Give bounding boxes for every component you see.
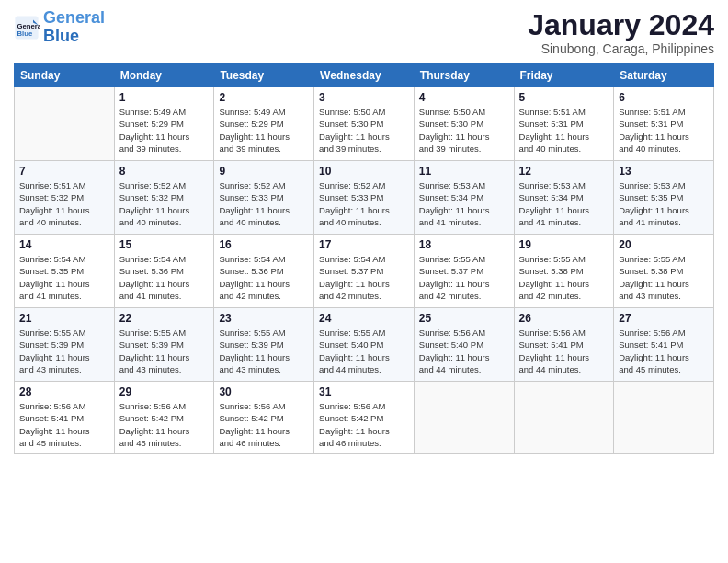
day-info: Sunrise: 5:52 AM Sunset: 5:33 PM Dayligh… (219, 179, 309, 228)
day-info: Sunrise: 5:55 AM Sunset: 5:39 PM Dayligh… (19, 327, 109, 375)
days-of-week-header: SundayMondayTuesdayWednesdayThursdayFrid… (15, 64, 714, 87)
day-info: Sunrise: 5:56 AM Sunset: 5:40 PM Dayligh… (419, 327, 509, 375)
day-info: Sunrise: 5:56 AM Sunset: 5:41 PM Dayligh… (519, 327, 609, 375)
day-info: Sunrise: 5:54 AM Sunset: 5:36 PM Dayligh… (219, 253, 309, 302)
day-cell: 3Sunrise: 5:50 AM Sunset: 5:30 PM Daylig… (314, 87, 415, 161)
day-number: 10 (319, 165, 409, 178)
day-cell: 17Sunrise: 5:54 AM Sunset: 5:37 PM Dayli… (314, 235, 415, 308)
day-cell: 19Sunrise: 5:55 AM Sunset: 5:38 PM Dayli… (514, 235, 614, 308)
day-info: Sunrise: 5:55 AM Sunset: 5:38 PM Dayligh… (619, 253, 709, 302)
day-cell: 26Sunrise: 5:56 AM Sunset: 5:41 PM Dayli… (514, 308, 614, 382)
day-number: 7 (19, 165, 109, 178)
logo-general: General (43, 8, 105, 27)
day-number: 11 (419, 165, 509, 178)
day-cell (614, 382, 714, 454)
day-info: Sunrise: 5:55 AM Sunset: 5:40 PM Dayligh… (319, 327, 409, 375)
dow-sunday: Sunday (15, 64, 115, 87)
day-number: 21 (19, 312, 109, 325)
day-info: Sunrise: 5:55 AM Sunset: 5:37 PM Dayligh… (419, 253, 509, 302)
dow-friday: Friday (514, 64, 614, 87)
subtitle: Sinubong, Caraga, Philippines (528, 41, 714, 56)
day-number: 4 (419, 91, 509, 104)
title-block: January 2024 Sinubong, Caraga, Philippin… (528, 9, 714, 56)
day-cell (514, 382, 614, 454)
day-cell: 16Sunrise: 5:54 AM Sunset: 5:36 PM Dayli… (214, 235, 314, 308)
day-cell: 23Sunrise: 5:55 AM Sunset: 5:39 PM Dayli… (214, 308, 314, 382)
day-number: 9 (219, 165, 309, 178)
day-number: 31 (319, 385, 409, 398)
day-cell: 9Sunrise: 5:52 AM Sunset: 5:33 PM Daylig… (214, 161, 314, 235)
day-info: Sunrise: 5:49 AM Sunset: 5:29 PM Dayligh… (119, 106, 210, 155)
day-number: 17 (319, 238, 409, 251)
day-cell: 30Sunrise: 5:56 AM Sunset: 5:42 PM Dayli… (214, 382, 314, 454)
day-info: Sunrise: 5:52 AM Sunset: 5:33 PM Dayligh… (319, 179, 409, 228)
day-number: 16 (219, 238, 309, 251)
day-cell: 5Sunrise: 5:51 AM Sunset: 5:31 PM Daylig… (514, 87, 614, 161)
day-info: Sunrise: 5:54 AM Sunset: 5:35 PM Dayligh… (19, 253, 109, 302)
week-row-3: 21Sunrise: 5:55 AM Sunset: 5:39 PM Dayli… (15, 308, 714, 382)
day-number: 19 (519, 238, 609, 251)
day-cell: 8Sunrise: 5:52 AM Sunset: 5:32 PM Daylig… (114, 161, 214, 235)
day-info: Sunrise: 5:52 AM Sunset: 5:32 PM Dayligh… (119, 179, 210, 228)
day-info: Sunrise: 5:56 AM Sunset: 5:42 PM Dayligh… (319, 400, 409, 449)
day-number: 23 (219, 312, 309, 325)
day-cell (15, 87, 115, 161)
day-number: 6 (619, 91, 709, 104)
day-number: 29 (119, 385, 210, 398)
day-info: Sunrise: 5:55 AM Sunset: 5:39 PM Dayligh… (219, 327, 309, 375)
day-number: 15 (119, 238, 210, 251)
day-info: Sunrise: 5:49 AM Sunset: 5:29 PM Dayligh… (219, 106, 309, 155)
day-cell: 6Sunrise: 5:51 AM Sunset: 5:31 PM Daylig… (614, 87, 714, 161)
day-number: 5 (519, 91, 609, 104)
day-info: Sunrise: 5:50 AM Sunset: 5:30 PM Dayligh… (419, 106, 509, 155)
day-cell: 12Sunrise: 5:53 AM Sunset: 5:34 PM Dayli… (514, 161, 614, 235)
day-cell: 29Sunrise: 5:56 AM Sunset: 5:42 PM Dayli… (114, 382, 214, 454)
day-info: Sunrise: 5:56 AM Sunset: 5:41 PM Dayligh… (19, 400, 109, 449)
day-number: 28 (19, 385, 109, 398)
day-info: Sunrise: 5:54 AM Sunset: 5:36 PM Dayligh… (119, 253, 210, 302)
svg-text:Blue: Blue (17, 29, 33, 38)
day-cell: 15Sunrise: 5:54 AM Sunset: 5:36 PM Dayli… (114, 235, 214, 308)
day-info: Sunrise: 5:51 AM Sunset: 5:31 PM Dayligh… (619, 106, 709, 155)
day-number: 8 (119, 165, 210, 178)
header: General Blue General Blue January 2024 S… (14, 9, 714, 56)
day-cell: 7Sunrise: 5:51 AM Sunset: 5:32 PM Daylig… (15, 161, 115, 235)
day-cell: 21Sunrise: 5:55 AM Sunset: 5:39 PM Dayli… (15, 308, 115, 382)
day-info: Sunrise: 5:51 AM Sunset: 5:31 PM Dayligh… (519, 106, 609, 155)
week-row-0: 1Sunrise: 5:49 AM Sunset: 5:29 PM Daylig… (15, 87, 714, 161)
day-number: 14 (19, 238, 109, 251)
day-info: Sunrise: 5:50 AM Sunset: 5:30 PM Dayligh… (319, 106, 409, 155)
day-cell: 10Sunrise: 5:52 AM Sunset: 5:33 PM Dayli… (314, 161, 415, 235)
page: General Blue General Blue January 2024 S… (0, 0, 728, 563)
day-cell: 11Sunrise: 5:53 AM Sunset: 5:34 PM Dayli… (414, 161, 514, 235)
day-number: 24 (319, 312, 409, 325)
day-cell: 2Sunrise: 5:49 AM Sunset: 5:29 PM Daylig… (214, 87, 314, 161)
logo-icon: General Blue (14, 15, 40, 40)
day-cell: 31Sunrise: 5:56 AM Sunset: 5:42 PM Dayli… (314, 382, 415, 454)
day-number: 22 (119, 312, 210, 325)
day-number: 3 (319, 91, 409, 104)
day-cell: 20Sunrise: 5:55 AM Sunset: 5:38 PM Dayli… (614, 235, 714, 308)
logo-text: General Blue (43, 9, 105, 46)
day-info: Sunrise: 5:55 AM Sunset: 5:39 PM Dayligh… (119, 327, 210, 375)
dow-saturday: Saturday (614, 64, 714, 87)
logo: General Blue General Blue (14, 9, 105, 46)
week-row-4: 28Sunrise: 5:56 AM Sunset: 5:41 PM Dayli… (15, 382, 714, 454)
day-cell: 27Sunrise: 5:56 AM Sunset: 5:41 PM Dayli… (614, 308, 714, 382)
day-info: Sunrise: 5:51 AM Sunset: 5:32 PM Dayligh… (19, 179, 109, 228)
main-title: January 2024 (528, 9, 714, 41)
day-number: 26 (519, 312, 609, 325)
week-row-1: 7Sunrise: 5:51 AM Sunset: 5:32 PM Daylig… (15, 161, 714, 235)
calendar-table: SundayMondayTuesdayWednesdayThursdayFrid… (14, 63, 714, 454)
day-info: Sunrise: 5:53 AM Sunset: 5:34 PM Dayligh… (419, 179, 509, 228)
dow-thursday: Thursday (414, 64, 514, 87)
day-number: 12 (519, 165, 609, 178)
day-cell: 18Sunrise: 5:55 AM Sunset: 5:37 PM Dayli… (414, 235, 514, 308)
day-number: 1 (119, 91, 210, 104)
day-cell: 28Sunrise: 5:56 AM Sunset: 5:41 PM Dayli… (15, 382, 115, 454)
day-number: 13 (619, 165, 709, 178)
day-number: 18 (419, 238, 509, 251)
day-info: Sunrise: 5:55 AM Sunset: 5:38 PM Dayligh… (519, 253, 609, 302)
day-info: Sunrise: 5:56 AM Sunset: 5:41 PM Dayligh… (619, 327, 709, 375)
day-info: Sunrise: 5:54 AM Sunset: 5:37 PM Dayligh… (319, 253, 409, 302)
